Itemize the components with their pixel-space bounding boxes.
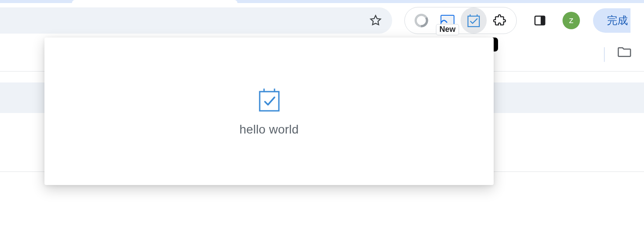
profile-avatar-initial: z <box>569 15 573 25</box>
finish-update-label: 完成 <box>607 14 628 27</box>
svg-rect-10 <box>260 92 279 111</box>
bookmark-bar-divider <box>604 47 605 62</box>
extensions-menu-icon[interactable] <box>487 7 513 34</box>
extension-json-viewer-icon[interactable] <box>408 7 434 34</box>
svg-rect-5 <box>468 16 479 27</box>
extension-new-badge: New <box>436 24 459 35</box>
bookmark-folder[interactable] <box>617 45 636 58</box>
popup-caption: hello world <box>239 123 298 137</box>
extension-screenshot-icon[interactable]: New <box>434 7 461 34</box>
extension-hello-world-icon[interactable] <box>461 7 487 34</box>
side-panel-icon[interactable] <box>527 7 553 34</box>
omnibox[interactable] <box>0 7 392 34</box>
toolbar-divider <box>520 12 521 29</box>
extensions-pill: New <box>404 7 517 34</box>
tab-strip <box>0 0 644 3</box>
calendar-check-icon <box>255 86 283 114</box>
browser-toolbar: New z 完成 <box>0 3 644 38</box>
extension-popup: hello world <box>44 38 494 185</box>
svg-rect-2 <box>441 15 454 25</box>
profile-avatar[interactable]: z <box>563 12 580 29</box>
bookmark-star-icon[interactable] <box>369 14 383 27</box>
svg-rect-7 <box>541 16 545 25</box>
active-tab[interactable] <box>72 0 237 3</box>
finish-update-button[interactable]: 完成 <box>593 8 630 33</box>
